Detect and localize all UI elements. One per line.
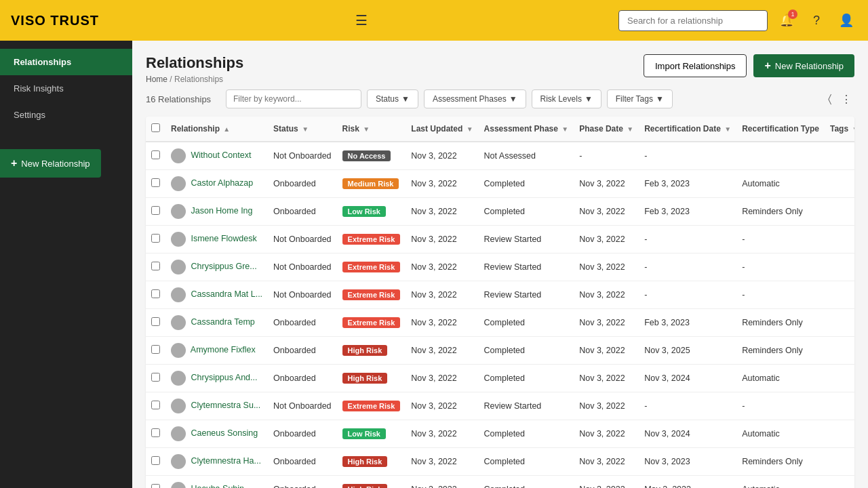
menu-icon[interactable]: ☰: [351, 9, 372, 31]
search-input[interactable]: [618, 10, 768, 31]
row-checkbox[interactable]: [151, 456, 160, 465]
relationship-link[interactable]: Cassandra Mat L...: [191, 289, 262, 299]
row-last-updated: Nov 3, 2022: [406, 309, 478, 337]
row-recert-type: -: [736, 253, 825, 281]
relationship-link[interactable]: Ismene Flowdesk: [191, 234, 256, 243]
row-phase-date: Nov 3, 2022: [574, 281, 639, 309]
row-checkbox[interactable]: [151, 234, 160, 243]
row-recert-date: Nov 3, 2024: [639, 365, 736, 392]
help-icon[interactable]: ?: [806, 9, 827, 31]
keyword-filter-input[interactable]: [226, 89, 361, 108]
row-relationship: Cassandra Temp: [165, 309, 268, 337]
row-assessment-phase: Completed: [479, 365, 574, 392]
row-checkbox[interactable]: [151, 289, 160, 298]
row-relationship: Hecuba Subin: [165, 476, 268, 489]
col-header-relationship[interactable]: Relationship ▲: [165, 117, 268, 142]
row-checkbox-cell: [146, 253, 165, 281]
assessment-phases-label: Assessment Phases: [433, 94, 507, 104]
more-options-button[interactable]: ⋮: [838, 90, 854, 108]
row-recert-date: Nov 3, 2024: [639, 420, 736, 448]
toolbar: 16 Relationships Status ▼ Assessment Pha…: [146, 89, 854, 108]
new-relationship-card-label: New Relationship: [21, 159, 90, 169]
select-all-checkbox[interactable]: [151, 123, 160, 132]
row-recert-type: Automatic: [736, 170, 825, 198]
relationship-link[interactable]: Clytemnestra Su...: [191, 401, 260, 410]
sidebar-item-relationships[interactable]: Relationships: [0, 49, 132, 75]
new-relationship-button[interactable]: + New Relationship: [753, 54, 854, 77]
relationship-link[interactable]: Chrysippus Gre...: [191, 262, 256, 271]
row-tags: [825, 337, 854, 365]
col-header-phase-date[interactable]: Phase Date ▼: [574, 117, 639, 142]
sidebar-item-risk-insights[interactable]: Risk Insights: [0, 75, 132, 102]
row-tags: [825, 226, 854, 253]
relationship-link[interactable]: Caeneus Sonsing: [191, 428, 258, 438]
sidebar-item-settings[interactable]: Settings: [0, 102, 132, 128]
new-relationship-card-button[interactable]: + New Relationship: [0, 149, 101, 178]
row-checkbox[interactable]: [151, 150, 160, 159]
risk-levels-filter-button[interactable]: Risk Levels ▼: [532, 89, 601, 108]
breadcrumb-home[interactable]: Home: [146, 75, 167, 84]
filter-icon-button[interactable]: 〈: [825, 90, 834, 108]
row-status: Onboarded: [268, 170, 336, 198]
row-checkbox-cell: [146, 392, 165, 420]
row-tags: [825, 281, 854, 309]
table-row: Cassandra Mat L... Not Onboarded Extreme…: [146, 281, 854, 309]
relationship-link[interactable]: Hecuba Subin: [191, 484, 244, 488]
status-filter-button[interactable]: Status ▼: [367, 89, 418, 108]
relationship-count: 16 Relationships: [146, 94, 220, 104]
row-checkbox[interactable]: [151, 262, 160, 270]
chevron-down-icon: ▼: [585, 94, 593, 104]
col-header-recert-date[interactable]: Recertification Date ▼: [639, 117, 736, 142]
row-recert-date: -: [639, 392, 736, 420]
header-checkbox-cell: [146, 117, 165, 142]
row-checkbox[interactable]: [151, 206, 160, 215]
col-header-risk[interactable]: Risk ▼: [337, 117, 406, 142]
row-assessment-phase: Review Started: [479, 392, 574, 420]
row-assessment-phase: Review Started: [479, 281, 574, 309]
row-recert-date: Nov 3, 2023: [639, 448, 736, 476]
avatar: [171, 399, 186, 413]
sort-icon: ▼: [467, 125, 473, 133]
row-checkbox[interactable]: [151, 178, 160, 187]
risk-badge: Medium Risk: [342, 178, 399, 189]
row-checkbox[interactable]: [151, 345, 160, 354]
row-recert-date: Feb 3, 2023: [639, 170, 736, 198]
relationship-link[interactable]: Jason Home Ing: [191, 206, 252, 216]
relationships-table: Relationship ▲ Status ▼ Risk ▼ Last Upda…: [146, 117, 854, 488]
filter-tags-button[interactable]: Filter Tags ▼: [607, 89, 673, 108]
row-checkbox[interactable]: [151, 484, 160, 488]
col-header-assessment-phase[interactable]: Assessment Phase ▼: [479, 117, 574, 142]
row-risk: Extreme Risk: [337, 392, 406, 420]
relationship-link[interactable]: Castor Alphazap: [191, 178, 253, 188]
relationship-link[interactable]: Chrysippus And...: [191, 373, 257, 382]
user-icon[interactable]: 👤: [835, 9, 857, 31]
notification-icon[interactable]: 🔔 1: [776, 9, 797, 31]
row-relationship: Without Context: [165, 142, 268, 170]
row-assessment-phase: Not Assessed: [479, 142, 574, 170]
row-status: Onboarded: [268, 448, 336, 476]
row-assessment-phase: Completed: [479, 448, 574, 476]
row-last-updated: Nov 3, 2022: [406, 420, 478, 448]
col-header-status[interactable]: Status ▼: [268, 117, 336, 142]
col-header-recert-type[interactable]: Recertification Type: [736, 117, 825, 142]
row-recert-date: May 3, 2023: [639, 476, 736, 489]
row-last-updated: Nov 3, 2022: [406, 170, 478, 198]
row-checkbox[interactable]: [151, 428, 160, 437]
row-checkbox-cell: [146, 448, 165, 476]
avatar: [171, 176, 186, 191]
table-row: Chrysippus Gre... Not Onboarded Extreme …: [146, 253, 854, 281]
relationship-link[interactable]: Clytemnestra Ha...: [191, 456, 261, 466]
col-header-tags[interactable]: Tags ▼: [825, 117, 854, 142]
col-header-last-updated[interactable]: Last Updated ▼: [406, 117, 478, 142]
relationship-link[interactable]: Amymone Fixflex: [191, 345, 256, 354]
row-checkbox[interactable]: [151, 317, 160, 326]
row-checkbox[interactable]: [151, 401, 160, 409]
row-tags: [825, 198, 854, 226]
relationship-link[interactable]: Cassandra Temp: [191, 317, 254, 327]
import-relationships-button[interactable]: Import Relationships: [644, 54, 747, 77]
row-checkbox[interactable]: [151, 373, 160, 382]
top-nav: VISO TRUST ☰ 🔔 1 ? 👤: [0, 0, 868, 41]
relationship-link[interactable]: Without Context: [191, 150, 251, 160]
avatar: [171, 343, 186, 358]
assessment-phases-filter-button[interactable]: Assessment Phases ▼: [424, 89, 526, 108]
